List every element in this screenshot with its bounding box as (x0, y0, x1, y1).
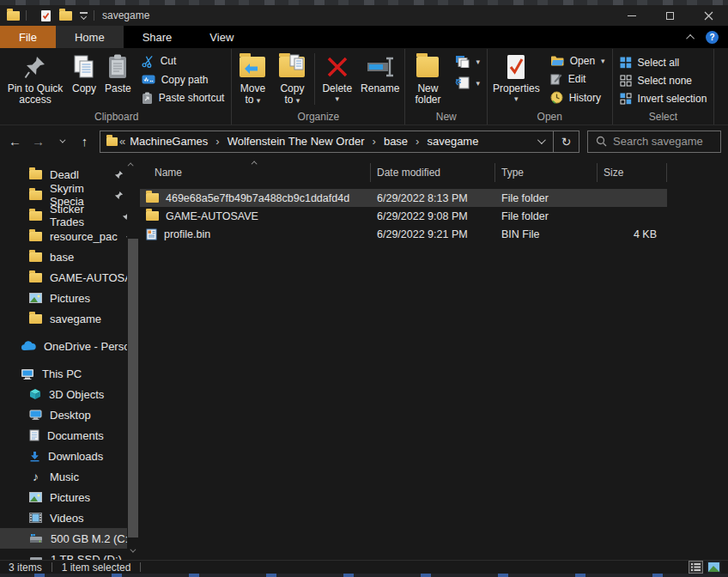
pictures-icon (29, 293, 42, 303)
back-button[interactable]: ← (3, 131, 27, 153)
sidebar-item-game-autosave[interactable]: GAME-AUTOSAV (0, 267, 140, 288)
cut-button[interactable]: Cut (137, 54, 229, 69)
pin-to-quick-access-button[interactable]: Pin to Quick access (3, 49, 68, 110)
window-controls (612, 5, 728, 26)
select-all-button[interactable]: Select all (616, 56, 712, 70)
sidebar-item-base[interactable]: base (0, 246, 140, 267)
sidebar-item-resource-pac[interactable]: resource_pac (0, 226, 140, 246)
column-header-date-modified[interactable]: Date modified (371, 163, 495, 182)
select-none-button[interactable]: Select none (616, 74, 712, 88)
easy-access-button[interactable]: ▾ (451, 76, 484, 90)
column-header-name[interactable]: Name (140, 163, 371, 182)
move-to-button[interactable]: Move to ▾ (233, 49, 272, 110)
invert-selection-button[interactable]: Invert selection (616, 92, 712, 106)
open-button[interactable]: Open ▾ (546, 54, 610, 68)
breadcrumb-savegame[interactable]: savegame (424, 135, 481, 148)
history-button[interactable]: History (546, 90, 610, 105)
breadcrumb-separator[interactable]: › (367, 135, 381, 148)
properties-shortcut-icon[interactable] (40, 9, 52, 22)
paste-button[interactable]: Paste (100, 49, 136, 110)
sidebar-scrollbar[interactable] (127, 157, 140, 560)
address-bar[interactable]: « MachineGames › Wolfenstein The New Ord… (100, 131, 579, 153)
copy-to-button[interactable]: Copy to ▾ (272, 49, 312, 110)
breadcrumb-wolfenstein[interactable]: Wolfenstein The New Order (225, 135, 367, 148)
sidebar-item-videos[interactable]: Videos (0, 507, 140, 528)
sidebar-item-this-pc[interactable]: This PC (0, 363, 140, 384)
tab-home[interactable]: Home (56, 26, 124, 48)
breadcrumb-separator[interactable]: › (410, 135, 424, 148)
sidebar-item-downloads[interactable]: Downloads (0, 446, 140, 466)
sidebar-item-savegame[interactable]: savegame (0, 308, 140, 329)
close-button[interactable] (689, 5, 728, 26)
rename-button[interactable]: Rename (356, 49, 403, 110)
minimize-button[interactable] (612, 5, 651, 26)
sidebar-item-pictures-qa[interactable]: Pictures (0, 288, 140, 308)
titlebar-divider (94, 10, 94, 21)
properties-button[interactable]: Properties ▾ (488, 49, 544, 110)
delete-button[interactable]: Delete ▾ (318, 49, 356, 110)
maximize-button[interactable] (651, 5, 689, 26)
sidebar-item-3d-objects[interactable]: 3D Objects (0, 384, 140, 404)
sidebar-item-music[interactable]: ♪ Music (0, 466, 140, 487)
file-row-profile-bin[interactable]: profile.bin 6/29/2022 9:21 PM BIN File 4… (140, 225, 667, 243)
edit-icon (550, 73, 562, 85)
tab-view[interactable]: View (191, 26, 252, 48)
music-icon: ♪ (29, 471, 42, 483)
up-button[interactable]: ↑ (73, 131, 96, 153)
tab-share[interactable]: Share (124, 26, 191, 48)
copy-button[interactable]: Copy (68, 49, 100, 110)
refresh-icon[interactable]: ↻ (553, 131, 579, 152)
new-folder-button[interactable]: New folder (406, 49, 449, 110)
column-header-type[interactable]: Type (495, 163, 598, 182)
copy-path-icon (142, 75, 155, 84)
drive-icon (29, 533, 43, 544)
folder-icon (29, 191, 42, 200)
status-bar: 3 items 1 item selected (0, 560, 728, 574)
folder-icon (29, 232, 42, 241)
search-box[interactable] (587, 131, 721, 153)
ribbon-group-clipboard: Pin to Quick access Copy (2, 49, 232, 125)
sidebar-item-documents[interactable]: Documents (0, 425, 140, 446)
breadcrumb-base[interactable]: base (381, 135, 410, 148)
large-icons-view-icon[interactable] (707, 561, 721, 574)
ribbon-group-open: Properties ▾ Open ▾ (488, 49, 613, 125)
pin-icon (114, 170, 124, 179)
scrollbar-down-icon[interactable] (130, 547, 136, 553)
breadcrumb-separator[interactable]: › (210, 135, 224, 148)
help-icon[interactable]: ? (706, 31, 719, 44)
new-folder-shortcut-icon[interactable] (59, 11, 72, 21)
collapse-ribbon-icon[interactable] (686, 33, 695, 42)
desktop-icon (29, 410, 42, 420)
details-view-icon[interactable] (689, 561, 703, 574)
customize-qat-dropdown-icon[interactable] (80, 12, 88, 19)
edit-button[interactable]: Edit (546, 72, 610, 86)
file-row-469e68a5[interactable]: 469e68a5e7fb49b7a488cb9c1ddafd4d 6/29/20… (140, 189, 667, 207)
breadcrumb-overflow-icon[interactable]: « (118, 135, 127, 148)
search-input[interactable] (613, 135, 709, 148)
tab-file[interactable]: File (0, 26, 56, 48)
videos-icon (29, 513, 42, 523)
sidebar-item-onedrive[interactable]: OneDrive - Person (0, 336, 140, 356)
sidebar-item-drive-c[interactable]: 500 GB M.2 (C:) (0, 528, 140, 549)
new-item-button[interactable]: ▾ (451, 54, 484, 69)
sidebar-item-pictures[interactable]: Pictures (0, 487, 140, 507)
this-pc-icon (21, 368, 34, 380)
address-dropdown-icon[interactable] (527, 131, 553, 152)
pushpin-icon (24, 52, 46, 81)
open-folder-icon (550, 55, 564, 66)
sidebar-item-sticker-trades[interactable]: Sticker Trades (0, 205, 140, 226)
paste-shortcut-button[interactable]: Paste shortcut (137, 91, 229, 106)
breadcrumb-machinegames[interactable]: MachineGames (127, 135, 210, 148)
sidebar-item-desktop[interactable]: Desktop (0, 404, 140, 425)
sidebar-item-drive-d[interactable]: 1 TB SSD (D:) (0, 549, 140, 560)
forward-button[interactable]: → (27, 131, 50, 153)
recent-locations-dropdown[interactable] (50, 131, 73, 153)
copy-path-button[interactable]: Copy path (137, 73, 229, 87)
column-header-size[interactable]: Size (598, 163, 667, 182)
scrollbar-up-icon[interactable] (128, 162, 134, 168)
group-label-clipboard: Clipboard (3, 110, 230, 125)
delete-dropdown-caret: ▾ (336, 95, 340, 102)
group-label-open: Open (488, 110, 611, 125)
file-row-game-autosave[interactable]: GAME-AUTOSAVE 6/29/2022 9:08 PM File fol… (140, 207, 667, 225)
scrollbar-thumb[interactable] (128, 239, 138, 538)
